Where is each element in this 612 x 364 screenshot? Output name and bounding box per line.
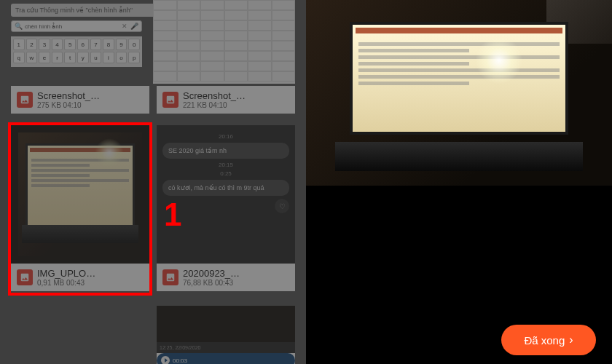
key-6[interactable]: 6 [77, 39, 89, 50]
key-q[interactable]: q [13, 52, 25, 63]
search-icon: 🔍 [15, 23, 23, 30]
file-meta: 221 KB 04:10 [183, 101, 289, 109]
file-name: 20200923_… [183, 268, 289, 279]
file-meta: 0,91 MB 00:43 [37, 279, 144, 287]
photo-thumbnail [11, 125, 149, 264]
file-meta: 275 KB 04:10 [37, 101, 144, 109]
key-2[interactable]: 2 [26, 39, 38, 50]
key-5[interactable]: 5 [64, 39, 76, 50]
file-card-chat-screenshot[interactable]: 20:16 SE 2020 giá tầm nh 20:15 0:25 có k… [157, 125, 295, 291]
on-screen-keyboard[interactable]: 1234567890 qwertyuiop [11, 36, 142, 67]
key-r[interactable]: r [52, 52, 63, 63]
key-o[interactable]: o [116, 52, 128, 63]
spreadsheet-thumbnail [153, 0, 295, 84]
image-icon [17, 92, 33, 108]
heart-icon: ♡ [275, 199, 289, 213]
key-4[interactable]: 4 [52, 39, 63, 50]
file-meta: 76,88 KB 00:43 [183, 279, 289, 287]
file-card-screenshot-1[interactable]: Screenshot_… 275 KB 04:10 [11, 86, 149, 114]
photo-thumbnail-partial [157, 306, 295, 342]
key-w[interactable]: w [26, 52, 38, 63]
right-panel-image-preview: Đã xong › 2 [306, 0, 612, 364]
chevron-right-icon: › [569, 333, 573, 347]
search-input-text: chèn hình ảnh [25, 23, 122, 30]
file-name: Screenshot_… [183, 90, 289, 101]
key-7[interactable]: 7 [90, 39, 102, 50]
done-button-label: Đã xong [524, 334, 565, 347]
key-1[interactable]: 1 [13, 39, 25, 50]
key-u[interactable]: u [90, 52, 102, 63]
search-input-row[interactable]: 🔍 chèn hình ảnh ✕ 🎤 [11, 20, 142, 32]
clear-icon[interactable]: ✕ [122, 23, 128, 30]
search-label: Tra cứu Thông minh về "chèn hình ảnh" [15, 7, 133, 14]
image-icon [17, 269, 33, 285]
key-9[interactable]: 9 [116, 39, 128, 50]
key-y[interactable]: y [77, 52, 89, 63]
image-icon [162, 269, 178, 285]
key-e[interactable]: e [39, 52, 50, 63]
key-p[interactable]: p [128, 52, 140, 63]
image-preview [306, 0, 612, 186]
key-8[interactable]: 8 [103, 39, 114, 50]
image-icon [162, 92, 178, 108]
audio-timestamp: 12:25, 22/09/2020 [160, 345, 200, 350]
file-card-screenshot-2[interactable]: Screenshot_… 221 KB 04:10 [157, 86, 295, 114]
file-card-audio[interactable]: 12:25, 22/09/2020 00:03 [157, 306, 295, 364]
mic-icon[interactable]: 🎤 [130, 23, 138, 30]
done-button[interactable]: Đã xong › [501, 325, 596, 355]
chat-thumbnail: 20:16 SE 2020 giá tầm nh 20:15 0:25 có k… [157, 125, 295, 264]
play-icon[interactable] [161, 356, 170, 364]
audio-duration: 00:03 [173, 357, 187, 364]
file-name: Screenshot_… [37, 90, 144, 101]
file-card-img-upload[interactable]: IMG_UPLO… 0,91 MB 00:43 [11, 125, 149, 291]
audio-player[interactable]: 00:03 [157, 353, 295, 364]
key-i[interactable]: i [103, 52, 114, 63]
key-t[interactable]: t [64, 52, 76, 63]
file-name: IMG_UPLO… [37, 268, 144, 279]
key-0[interactable]: 0 [128, 39, 140, 50]
key-3[interactable]: 3 [39, 39, 50, 50]
left-panel-file-picker: Tra cứu Thông minh về "chèn hình ảnh" 🔍 … [0, 0, 306, 364]
